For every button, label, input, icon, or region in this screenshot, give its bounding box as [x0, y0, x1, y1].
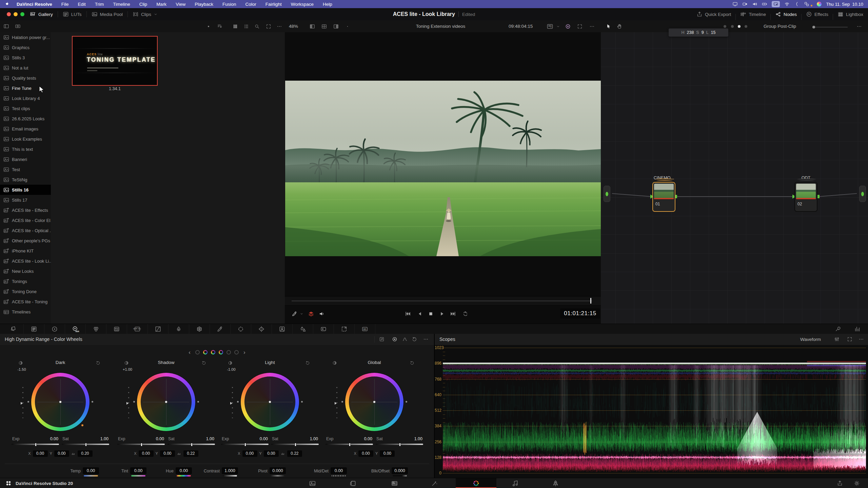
- menu-item-color[interactable]: Color: [245, 2, 256, 7]
- sat-slider[interactable]: [376, 444, 423, 445]
- sidebar-item-tonings[interactable]: Tonings: [0, 276, 51, 286]
- sat-value[interactable]: 1.00: [100, 436, 108, 441]
- sub-toolbar-slot[interactable]: [565, 20, 571, 32]
- sidebar-item-banneri[interactable]: Banneri: [0, 154, 51, 164]
- sub-toolbar-slot[interactable]: [333, 20, 339, 32]
- toolbar-button-effects[interactable]: fxEffects: [806, 8, 828, 20]
- viewer-timecode-control[interactable]: 09:48:04:15: [509, 20, 534, 32]
- sub-toolbar-slot[interactable]: [856, 20, 862, 32]
- color-wheel[interactable]: [345, 373, 403, 431]
- fullscreen-icon[interactable]: [577, 24, 583, 29]
- fast-user-switch-icon[interactable]: [804, 1, 809, 7]
- tool-hdr10-plus[interactable]: HDR 10+: [127, 324, 148, 334]
- sidebar-item-test[interactable]: Test: [0, 164, 51, 175]
- color-wheel[interactable]: [137, 373, 195, 431]
- sidebar-item-stills-3[interactable]: Stills 3: [0, 53, 51, 63]
- tool-histogram[interactable]: [847, 324, 868, 334]
- page-edit[interactable]: [374, 478, 415, 488]
- sub-toolbar-slot[interactable]: [266, 20, 271, 32]
- wheel-center-handle[interactable]: [165, 401, 167, 403]
- y-value[interactable]: 0.00: [380, 450, 395, 457]
- x-value[interactable]: 0.00: [139, 450, 154, 457]
- exp-slider[interactable]: [117, 444, 165, 445]
- node-tree-output[interactable]: [859, 186, 866, 202]
- viewer-zoom-select[interactable]: 48%: [289, 20, 300, 32]
- exp-value[interactable]: 0.00: [50, 436, 58, 441]
- tool-curves[interactable]: [147, 324, 169, 334]
- sidebar-item-other-people-s-pgs[interactable]: Other people's PGs: [0, 236, 51, 246]
- page-cut[interactable]: [333, 478, 373, 488]
- filter-dot-icon[interactable]: [206, 24, 211, 29]
- node-zoom-slider-track[interactable]: [815, 27, 848, 27]
- node-1-cinemo[interactable]: 01: [652, 182, 675, 212]
- wipe-grid-icon[interactable]: [321, 23, 327, 29]
- footer-value-pivot[interactable]: 0.000: [270, 467, 286, 474]
- page-color[interactable]: [456, 478, 496, 488]
- sub-toolbar-slot[interactable]: HQ: [547, 20, 553, 32]
- sidebar-item-testing[interactable]: TeStiNg: [0, 175, 51, 185]
- sub-toolbar-slot[interactable]: [321, 20, 327, 32]
- step-back-icon[interactable]: [417, 311, 423, 317]
- box-arrow-icon[interactable]: [379, 337, 384, 342]
- share-icon[interactable]: [837, 480, 843, 486]
- minimize-window-button[interactable]: [14, 12, 18, 16]
- apple-icon[interactable]: [5, 2, 10, 7]
- sidebar-item-look-library-4[interactable]: Look Library 4: [0, 93, 51, 103]
- reset-icon[interactable]: [96, 361, 100, 365]
- sub-toolbar-slot[interactable]: [616, 20, 623, 32]
- falloff-value[interactable]: 0.22: [287, 450, 302, 457]
- tool-color-wheels[interactable]: [44, 324, 65, 334]
- sidebar-item-new-looks[interactable]: New Looks: [0, 266, 51, 276]
- sat-value[interactable]: 1.00: [310, 436, 318, 441]
- more-icon[interactable]: [589, 24, 595, 29]
- gallery-still-thumbnail[interactable]: ACESlite TONING TEMPLATE: [72, 36, 158, 86]
- reset-icon[interactable]: [201, 361, 206, 365]
- hq-icon[interactable]: HQ: [547, 23, 553, 30]
- loop-icon[interactable]: [462, 311, 468, 317]
- tool-hdr-grade[interactable]: HDR: [65, 324, 86, 334]
- pager-dot-2[interactable]: [203, 350, 208, 354]
- sidebar-item-toning-done[interactable]: Toning Done: [0, 286, 51, 297]
- toolbar-button-nodes[interactable]: Nodes: [775, 8, 797, 20]
- reset-icon[interactable]: [410, 361, 414, 365]
- tool-motion-effects[interactable]: [106, 324, 127, 334]
- viewer-scrub-bar[interactable]: [285, 296, 601, 306]
- tool-camera-raw[interactable]: [3, 324, 24, 334]
- tool-stereo-3d[interactable]: 3D: [354, 324, 375, 334]
- eyedropper-icon[interactable]: [292, 311, 298, 317]
- node-page-dot[interactable]: [724, 25, 726, 28]
- toolbar-button-media-pool[interactable]: Media Pool: [92, 8, 123, 20]
- screen-mirroring-icon[interactable]: [773, 1, 778, 7]
- screen-mirroring-chip[interactable]: [772, 1, 780, 7]
- reset-icon[interactable]: [412, 337, 417, 342]
- close-window-button[interactable]: [7, 12, 11, 16]
- exp-slider[interactable]: [326, 444, 373, 445]
- menu-item-fusion[interactable]: Fusion: [222, 2, 236, 7]
- sliders-icon[interactable]: [834, 337, 840, 342]
- menu-item-help[interactable]: Help: [323, 2, 332, 7]
- reset-icon[interactable]: [305, 361, 310, 365]
- tool-key[interactable]: [313, 324, 334, 334]
- pager-dot-4[interactable]: [219, 350, 223, 354]
- fullscreen-icon[interactable]: [266, 24, 271, 29]
- toolbar-button-timeline[interactable]: Timeline: [740, 8, 766, 20]
- sidebar-item-quality-tests[interactable]: Quality tests: [0, 73, 51, 83]
- sidebar-item-this-is-text[interactable]: This is text: [0, 144, 51, 154]
- wheel-master-slider[interactable]: [128, 387, 129, 418]
- sub-toolbar-slot[interactable]: [556, 20, 560, 32]
- volume-icon[interactable]: [752, 1, 757, 7]
- pager-dot-5[interactable]: [226, 350, 231, 354]
- exp-value[interactable]: 0.00: [156, 436, 164, 441]
- x-value[interactable]: 0.00: [242, 450, 257, 457]
- scope-mode-select[interactable]: Waveform: [800, 334, 823, 345]
- sat-value[interactable]: 1.00: [206, 436, 214, 441]
- tool-blur[interactable]: [292, 324, 313, 334]
- wipe-diag-icon[interactable]: [333, 23, 339, 29]
- wipe-h-icon[interactable]: [309, 23, 315, 29]
- toolbar-button-luts[interactable]: LUTs: [63, 8, 82, 20]
- wheel-master-slider[interactable]: [232, 387, 233, 418]
- y-value[interactable]: 0.00: [264, 450, 279, 457]
- pager-next[interactable]: ›: [242, 349, 247, 355]
- sidebar-item-iphone-kit[interactable]: iPhone KIT: [0, 246, 51, 256]
- page-deliver[interactable]: [535, 478, 576, 488]
